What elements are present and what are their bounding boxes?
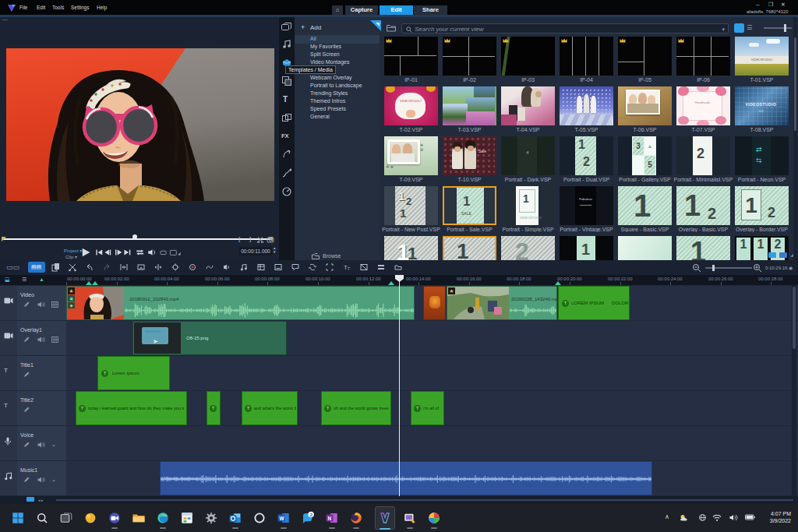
svg-text:2: 2 [310, 513, 312, 517]
svg-text:W: W [279, 516, 284, 521]
svg-text:N: N [327, 516, 331, 521]
svg-text:T: T [348, 266, 350, 271]
